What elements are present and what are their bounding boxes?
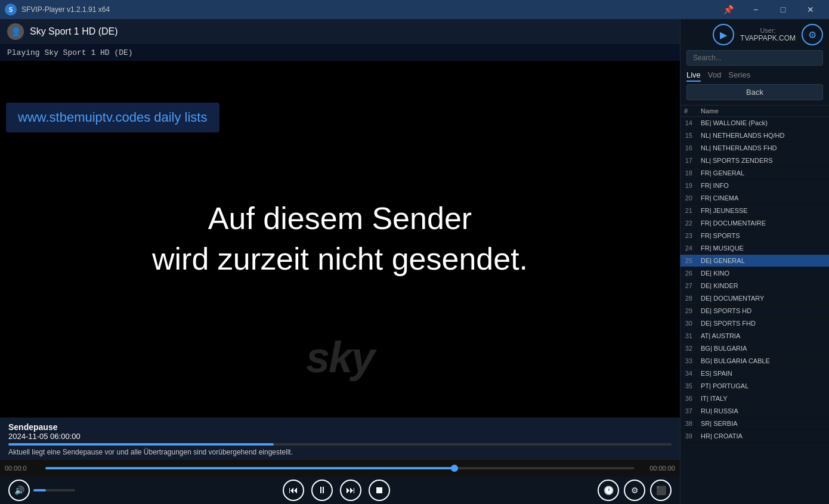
sky-watermark: sky xyxy=(306,333,374,382)
table-row[interactable]: 19FR| INFO xyxy=(680,180,829,192)
ctrl-right-btn2[interactable]: ⚙ xyxy=(624,480,645,501)
watermark-banner: www.stbemuiptv.codes daily lists xyxy=(6,103,219,132)
channel-name: FR| CINEMA xyxy=(697,192,829,205)
stop-button[interactable]: ⏹ xyxy=(369,480,390,501)
volume-area: 🔊 xyxy=(8,480,75,501)
title-bar: S SFVIP-Player v1.2.1.91 x64 📌 − □ ✕ xyxy=(0,0,829,19)
table-row[interactable]: 24FR| MUSIQUE xyxy=(680,242,829,255)
col-header-num: # xyxy=(680,106,697,117)
channel-number: 27 xyxy=(680,280,697,292)
table-row[interactable]: 36IT| ITALY xyxy=(680,392,829,405)
main-layout: 👤 Sky Sport 1 HD (DE) Playing Sky Sport … xyxy=(0,19,829,504)
channel-name: DE| KINO xyxy=(697,267,829,280)
play-pause-button[interactable]: ⏸ xyxy=(311,480,333,501)
channel-number: 24 xyxy=(680,242,697,255)
channel-number: 33 xyxy=(680,355,697,367)
channel-name: AT| AUSTRIA xyxy=(697,330,829,342)
prev-button[interactable]: ⏮ xyxy=(283,480,304,501)
big-message-line1: Auf diesem Sender xyxy=(208,201,472,236)
table-row[interactable]: 17NL| SPORTS ZENDERS xyxy=(680,154,829,167)
progress-bar-fill xyxy=(8,443,274,446)
table-row[interactable]: 16NL| NETHERLANDS FHD xyxy=(680,142,829,154)
sidebar: ▶ User: TVAPPAPK.COM ⚙ Live Vod Series B… xyxy=(680,19,829,504)
user-name: TVAPPAPK.COM xyxy=(740,34,796,42)
channel-number: 38 xyxy=(680,418,697,430)
table-row[interactable]: 15NL| NETHERLANDS HQ/HD xyxy=(680,129,829,142)
channel-number: 18 xyxy=(680,167,697,180)
ctrl-right-btn3[interactable]: ⬛ xyxy=(650,480,672,501)
table-row[interactable]: 34ES| SPAIN xyxy=(680,367,829,380)
next-button[interactable]: ⏭ xyxy=(340,480,361,501)
table-row[interactable]: 20FR| CINEMA xyxy=(680,192,829,205)
app-icon: S xyxy=(5,4,17,16)
channel-number: 25 xyxy=(680,255,697,267)
table-row[interactable]: 38SR| SERBIA xyxy=(680,418,829,430)
timeline-bar[interactable]: 00:00:0 00:00:00 xyxy=(0,460,680,477)
back-button[interactable]: Back xyxy=(686,84,823,100)
timeline-track[interactable] xyxy=(45,467,635,469)
channel-name: DE| SPORTS HD xyxy=(697,305,829,317)
channel-name: NL| NETHERLANDS FHD xyxy=(697,142,829,154)
channel-name: PT| PORTUGAL xyxy=(697,380,829,392)
table-row[interactable]: 29DE| SPORTS HD xyxy=(680,305,829,317)
channel-number: 36 xyxy=(680,392,697,405)
table-row[interactable]: 28DE| DOCUMENTARY xyxy=(680,292,829,305)
channel-name: IT| ITALY xyxy=(697,392,829,405)
table-row[interactable]: 23FR| SPORTS xyxy=(680,230,829,242)
table-row[interactable]: 22FR| DOCUMENTAIRE xyxy=(680,217,829,230)
channel-name: DE| SPORTS FHD xyxy=(697,317,829,330)
table-row[interactable]: 21FR| JEUNESSE xyxy=(680,205,829,217)
watermark-text: www.stbemuiptv.codes daily lists xyxy=(18,110,208,125)
table-row[interactable]: 35PT| PORTUGAL xyxy=(680,380,829,392)
title-bar-left: S SFVIP-Player v1.2.1.91 x64 xyxy=(5,4,110,16)
volume-button[interactable]: 🔊 xyxy=(8,480,30,501)
pin-button[interactable]: 📌 xyxy=(714,0,742,19)
table-row[interactable]: 14BE| WALLONIE (Pack) xyxy=(680,117,829,129)
history-button[interactable]: 🕐 xyxy=(598,480,619,501)
user-avatar: 👤 xyxy=(7,23,24,40)
channel-list-body: 14BE| WALLONIE (Pack)15NL| NETHERLANDS H… xyxy=(680,117,829,443)
title-bar-controls: 📌 − □ ✕ xyxy=(714,0,824,19)
next-channel-button[interactable]: ▶ xyxy=(713,24,734,45)
controls-right: 🕐 ⚙ ⬛ xyxy=(598,480,672,501)
table-row[interactable]: 18FR| GENERAL xyxy=(680,167,829,180)
channel-name: FR| INFO xyxy=(697,180,829,192)
info-datetime: 2024-11-05 06:00:00 xyxy=(8,432,672,441)
channel-name: NL| NETHERLANDS HQ/HD xyxy=(697,129,829,142)
channel-number: 21 xyxy=(680,205,697,217)
channel-number: 15 xyxy=(680,129,697,142)
maximize-button[interactable]: □ xyxy=(769,0,797,19)
info-panel: Sendepause 2024-11-05 06:00:00 Aktuell l… xyxy=(0,418,680,460)
tab-series[interactable]: Series xyxy=(728,69,750,82)
channel-number: 20 xyxy=(680,192,697,205)
channel-name: HR| CROATIA xyxy=(697,430,829,443)
tab-vod[interactable]: Vod xyxy=(708,69,721,82)
settings-button[interactable]: ⚙ xyxy=(802,24,823,45)
channel-number: 22 xyxy=(680,217,697,230)
channel-number: 26 xyxy=(680,267,697,280)
volume-slider[interactable] xyxy=(33,489,75,491)
channel-name: FR| JEUNESSE xyxy=(697,205,829,217)
user-info: User: TVAPPAPK.COM xyxy=(740,27,796,42)
table-row[interactable]: 39HR| CROATIA xyxy=(680,430,829,443)
table-row[interactable]: 25DE| GENERAL xyxy=(680,255,829,267)
table-row[interactable]: 26DE| KINO xyxy=(680,267,829,280)
table-row[interactable]: 27DE| KINDER xyxy=(680,280,829,292)
channel-number: 17 xyxy=(680,154,697,167)
channel-list[interactable]: # Name 14BE| WALLONIE (Pack)15NL| NETHER… xyxy=(680,106,829,504)
channel-number: 39 xyxy=(680,430,697,443)
video-content: www.stbemuiptv.codes daily lists Auf die… xyxy=(0,61,680,418)
search-input[interactable] xyxy=(686,50,823,66)
table-row[interactable]: 33BG| BULGARIA CABLE xyxy=(680,355,829,367)
table-row[interactable]: 37RU| RUSSIA xyxy=(680,405,829,418)
table-row[interactable]: 31AT| AUSTRIA xyxy=(680,330,829,342)
channel-name: NL| SPORTS ZENDERS xyxy=(697,154,829,167)
channel-title: Sky Sport 1 HD (DE) xyxy=(30,26,118,37)
timeline-played xyxy=(45,467,458,469)
table-row[interactable]: 32BG| BULGARIA xyxy=(680,342,829,355)
minimize-button[interactable]: − xyxy=(742,0,769,19)
table-row[interactable]: 30DE| SPORTS FHD xyxy=(680,317,829,330)
tab-live[interactable]: Live xyxy=(686,69,701,82)
timeline-thumb xyxy=(451,465,458,472)
close-button[interactable]: ✕ xyxy=(797,0,824,19)
